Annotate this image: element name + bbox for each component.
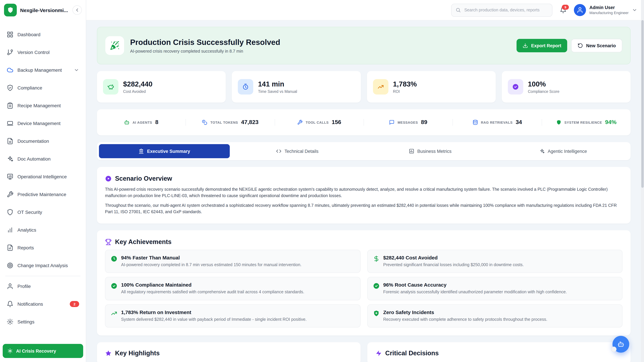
- achievement-cost-avoided: $282,440 Cost Avoided Prevented signific…: [367, 250, 622, 273]
- sidebar-item-label: Backup Management: [18, 67, 62, 73]
- sidebar-item-label: Change Impact Analysis: [18, 263, 68, 268]
- shield-icon: [556, 120, 561, 125]
- sidebar-item-label: Recipe Management: [18, 103, 61, 108]
- scenario-overview-card: Scenario Overview This AI-powered crisis…: [97, 167, 630, 223]
- ai-crisis-recovery-button[interactable]: AI Crisis Recovery: [3, 344, 83, 358]
- brand-row: Nexgile-Versionmi...: [0, 0, 86, 20]
- metric-value: 47,823: [241, 119, 258, 126]
- rotate-ccw-icon: [578, 43, 583, 48]
- page-scrollbar[interactable]: [641, 0, 644, 362]
- sidebar-item-change-impact-analysis[interactable]: Change Impact Analysis: [3, 258, 83, 273]
- achievement-title: Zero Safety Incidents: [383, 309, 547, 315]
- new-scenario-button[interactable]: New Scenario: [572, 39, 622, 52]
- play-circle-icon: [105, 175, 112, 182]
- sidebar-item-label: OT Security: [18, 210, 42, 215]
- global-search[interactable]: [451, 3, 552, 16]
- sidebar-item-documentation[interactable]: Documentation: [3, 134, 83, 148]
- sidebar-item-operational-intelligence[interactable]: Operational Intelligence: [3, 169, 83, 184]
- sidebar-item-profile[interactable]: Profile: [3, 279, 83, 294]
- achievement-title: 94% Faster Than Manual: [121, 255, 302, 260]
- party-popper-icon: [110, 41, 120, 50]
- sidebar-item-predictive-maintenance[interactable]: Predictive Maintenance: [3, 187, 83, 202]
- star-icon: [105, 350, 112, 357]
- tab-bar: Executive Summary Technical Details Busi…: [97, 142, 630, 160]
- notifications-button[interactable]: 9: [560, 7, 566, 13]
- achievement-description: AI-powered recovery completed in 8.7 min…: [121, 262, 302, 268]
- user-role: Manufacturing Engineer: [589, 10, 628, 15]
- achievement-text: Zero Safety Incidents Recovery executed …: [383, 309, 547, 323]
- tab-executive-summary[interactable]: Executive Summary: [99, 144, 230, 158]
- gear-icon: [7, 319, 14, 325]
- scrollbar-thumb[interactable]: [641, 20, 644, 188]
- tab-technical-details[interactable]: Technical Details: [232, 144, 363, 158]
- stat-value: 1,783%: [393, 80, 417, 88]
- banner-title: Production Crisis Successfully Resolved: [130, 38, 280, 47]
- sidebar-item-doc-automation[interactable]: Doc Automation: [3, 151, 83, 166]
- sidebar-item-device-management[interactable]: Device Management: [3, 116, 83, 131]
- sidebar-item-analytics[interactable]: Analytics: [3, 223, 83, 237]
- metric-ai-agents: AI AGENTS 8: [97, 119, 186, 126]
- user-icon: [576, 7, 583, 13]
- sidebar-item-reports[interactable]: Reports: [3, 240, 83, 255]
- sidebar-collapse-button[interactable]: [72, 5, 82, 15]
- metric-label: TOOL CALLS: [306, 120, 329, 124]
- chevron-left-icon: [74, 7, 80, 13]
- sidebar-item-label: Reports: [18, 245, 34, 250]
- achievement-description: Recovery executed with complete adherenc…: [383, 317, 547, 323]
- tab-label: Business Metrics: [417, 149, 452, 154]
- spark-asterisk-icon: [8, 348, 13, 354]
- brand-name: Nexgile-Versionmi...: [20, 7, 68, 13]
- section-title: Scenario Overview: [115, 175, 172, 182]
- metric-value: 8: [155, 119, 158, 126]
- database-icon: [472, 120, 478, 125]
- banner-subtitle: AI-powered crisis recovery completed suc…: [130, 49, 280, 53]
- tab-agentic-intelligence[interactable]: Agentic Intelligence: [498, 144, 629, 158]
- dollar-sign-icon: [373, 255, 380, 262]
- bottom-sections: Key Highlights Critical Decisions: [97, 342, 630, 362]
- sidebar-item-notifications[interactable]: Notifications 2: [3, 297, 83, 311]
- sidebar-item-settings[interactable]: Settings: [3, 314, 83, 329]
- chevron-down-icon: [632, 7, 637, 13]
- party-popper-tile: [105, 36, 124, 55]
- sidebar-item-recipe-management[interactable]: Recipe Management: [3, 98, 83, 113]
- sidebar-item-label: Dashboard: [18, 32, 40, 37]
- timer-icon: [242, 83, 249, 90]
- scenario-overview-header: Scenario Overview: [105, 175, 622, 182]
- avatar: [574, 4, 586, 16]
- key-achievements-header: Key Achievements: [105, 238, 622, 246]
- clock-icon: [111, 255, 118, 262]
- stat-label: Time Saved vs Manual: [258, 89, 297, 93]
- sidebar-item-ot-security[interactable]: OT Security: [3, 205, 83, 220]
- key-highlights-header: Key Highlights: [105, 350, 352, 357]
- stat-text: 141 min Time Saved vs Manual: [258, 80, 297, 93]
- tab-label: Executive Summary: [147, 149, 190, 154]
- overview-paragraph-1: This AI-powered crisis recovery scenario…: [105, 186, 622, 199]
- sidebar-item-version-control[interactable]: Version Control: [3, 45, 83, 60]
- chart-square-icon: [409, 148, 414, 154]
- success-banner: Production Crisis Successfully Resolved …: [97, 27, 630, 64]
- topbar: 9 Admin User Manufacturing Engineer: [86, 0, 644, 20]
- user-info: Admin User Manufacturing Engineer: [589, 5, 628, 15]
- wrench-icon: [7, 191, 14, 198]
- tab-label: Agentic Intelligence: [548, 149, 587, 154]
- metric-label: AI AGENTS: [132, 120, 152, 124]
- user-menu[interactable]: Admin User Manufacturing Engineer: [574, 4, 637, 16]
- sidebar-item-compliance[interactable]: Compliance: [3, 80, 83, 95]
- sidebar: Nexgile-Versionmi... Dashboard Version C…: [0, 0, 86, 362]
- export-report-button[interactable]: Export Report: [517, 39, 567, 52]
- chevron-down-icon: [74, 67, 79, 73]
- shield-check-icon: [7, 84, 14, 91]
- sidebar-item-dashboard[interactable]: Dashboard: [3, 27, 83, 42]
- achievement-zero-safety-incidents: Zero Safety Incidents Recovery executed …: [367, 304, 622, 328]
- sidebar-item-backup-management[interactable]: Backup Management: [3, 63, 83, 77]
- achievement-text: 100% Compliance Maintained All regulator…: [121, 282, 304, 295]
- stat-card-roi: 1,783% ROI: [367, 71, 496, 103]
- search-input[interactable]: [464, 7, 548, 13]
- sparkles-icon: [7, 156, 14, 162]
- sidebar-item-label: Analytics: [18, 227, 36, 233]
- tab-business-metrics[interactable]: Business Metrics: [365, 144, 496, 158]
- critical-decisions-card: Critical Decisions: [367, 342, 630, 362]
- bell-icon: [7, 301, 14, 307]
- chat-assistant-button[interactable]: [612, 336, 629, 353]
- metric-label: SYSTEM RESILIENCE: [564, 120, 602, 124]
